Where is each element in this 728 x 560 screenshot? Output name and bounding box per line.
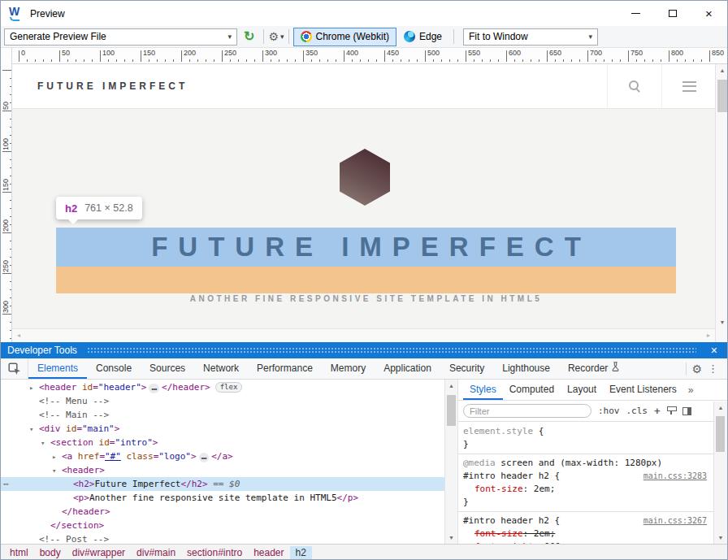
sidebar-tab-event-listeners[interactable]: Event Listeners: [603, 380, 683, 400]
scroll-left-icon[interactable]: ◄: [12, 329, 25, 341]
dom-tree-row[interactable]: <p>Another fine responsive site template…: [1, 491, 444, 505]
scroll-up-icon[interactable]: ▲: [445, 380, 457, 392]
sidebar-tab-layout[interactable]: Layout: [561, 380, 603, 400]
styles-scrollbar[interactable]: ▲ ▼: [713, 402, 727, 544]
minimize-button[interactable]: [618, 1, 654, 26]
dom-tree-row[interactable]: <!-- Main -->: [1, 408, 444, 422]
devtools-settings-icon[interactable]: ⚙: [691, 362, 702, 376]
breadcrumb-item-div-wrapper[interactable]: div#wrapper: [67, 546, 131, 559]
tab-security[interactable]: Security: [440, 358, 493, 379]
ruler-label: 150: [143, 49, 155, 57]
tab-performance[interactable]: Performance: [248, 358, 322, 379]
css-declaration[interactable]: font-size: 2em;: [463, 527, 708, 540]
ruler-tick: [10, 306, 12, 306]
refresh-icon[interactable]: ↻: [244, 30, 254, 43]
preview-horizontal-scrollbar[interactable]: ◄ ►: [12, 328, 715, 342]
scroll-down-icon[interactable]: ▼: [714, 532, 727, 544]
breadcrumb-item-body[interactable]: body: [34, 546, 67, 559]
kebab-menu-icon[interactable]: ⋮: [704, 362, 722, 375]
tab-console[interactable]: Console: [87, 358, 141, 379]
dom-tree-row[interactable]: ▾<section id="intro">: [1, 436, 444, 449]
devtools-title-bar[interactable]: Developer Tools ×: [1, 342, 727, 358]
tree-expanded-arrow-icon[interactable]: ▾: [41, 436, 50, 450]
drag-grip[interactable]: [87, 347, 696, 354]
site-logo-text[interactable]: FUTURE IMPERFECT: [12, 80, 188, 92]
stylesheet-link[interactable]: main.css:3267: [644, 514, 707, 527]
scrollbar-thumb[interactable]: [447, 395, 456, 426]
ruler-tick: [466, 50, 466, 62]
ruler-tick: [506, 50, 507, 62]
dom-tree-row[interactable]: ▸<header id="header">…</header>flex: [1, 380, 444, 394]
tree-expanded-arrow-icon[interactable]: ▾: [29, 423, 39, 436]
site-hexagon-logo[interactable]: [340, 149, 390, 206]
breadcrumb-item-html[interactable]: html: [4, 546, 34, 559]
sidebar-tab-styles[interactable]: Styles: [463, 380, 503, 400]
edge-button[interactable]: Edge: [396, 28, 449, 46]
scroll-right-icon[interactable]: ►: [702, 329, 715, 341]
breadcrumb-item-section-intro[interactable]: section#intro: [181, 546, 248, 559]
scroll-down-icon[interactable]: ▼: [445, 532, 457, 544]
ruler-tick: [344, 50, 344, 62]
tree-expanded-arrow-icon[interactable]: ▾: [52, 464, 62, 478]
sidebar-tab-computed[interactable]: Computed: [503, 380, 561, 400]
scrollbar-thumb[interactable]: [716, 416, 725, 452]
ruler-tick: [10, 281, 12, 282]
dom-tree-row[interactable]: </header>: [1, 505, 444, 519]
styles-filter-input[interactable]: [463, 404, 592, 418]
scroll-up-icon[interactable]: ▲: [714, 402, 727, 414]
tab-sources[interactable]: Sources: [141, 358, 194, 379]
ruler-tick: [2, 70, 12, 71]
tab-application[interactable]: Application: [375, 358, 440, 379]
chrome-webkit-button[interactable]: Chrome (Webkit): [293, 28, 396, 46]
tree-collapsed-arrow-icon[interactable]: ▸: [52, 450, 62, 464]
elements-scrollbar[interactable]: ▲ ▼: [444, 380, 458, 544]
stylesheet-link[interactable]: main.css:3283: [644, 470, 707, 483]
tab-lighthouse[interactable]: Lighthouse: [493, 358, 559, 379]
tab-memory[interactable]: Memory: [322, 358, 375, 379]
ruler-label: 550: [468, 49, 480, 57]
dom-tree-row[interactable]: ▸<a href="#" class="logo">…</a>: [1, 449, 444, 463]
close-button[interactable]: ×: [691, 1, 727, 26]
preview-vertical-scrollbar[interactable]: ▲ ▼: [715, 64, 728, 342]
scrollbar-thumb[interactable]: [717, 80, 727, 112]
breadcrumb-item-h2[interactable]: h2: [290, 546, 312, 559]
ruler-tick: [709, 50, 710, 62]
maximize-icon: [669, 10, 677, 17]
new-style-rule-icon[interactable]: +: [654, 405, 661, 417]
tab-recorder[interactable]: Recorder: [559, 358, 629, 379]
tab-elements[interactable]: Elements: [28, 358, 87, 379]
tab-network[interactable]: Network: [194, 358, 248, 379]
scroll-up-icon[interactable]: ▲: [716, 64, 728, 76]
ruler-tick: [522, 59, 523, 62]
more-actions-icon[interactable]: ⋯: [3, 477, 9, 491]
dom-tree-row[interactable]: ⋯<h2>Future Imperfect</h2> == $0: [1, 477, 444, 491]
tree-collapsed-arrow-icon[interactable]: ▸: [29, 381, 39, 395]
rendering-brush-icon[interactable]: [667, 406, 676, 415]
breadcrumb-item-header[interactable]: header: [248, 546, 289, 559]
dom-tree-row[interactable]: <!-- Menu -->: [1, 394, 444, 408]
sidebar-dock-icon[interactable]: [682, 407, 691, 415]
site-search-button[interactable]: [607, 64, 661, 109]
zoom-mode-dropdown[interactable]: Fit to Window ▾: [463, 28, 598, 46]
css-declaration[interactable]: font-size: 2em;: [463, 483, 708, 496]
maximize-button[interactable]: [654, 1, 691, 26]
code-token-dots[interactable]: …: [149, 384, 159, 393]
code-token-dots[interactable]: …: [199, 453, 210, 462]
ruler-label: 700: [590, 49, 602, 57]
tabbar-separator: [686, 362, 687, 376]
element-class-toggle[interactable]: .cls: [626, 406, 648, 416]
more-tabs-icon[interactable]: »: [685, 380, 697, 400]
pseudo-class-toggle[interactable]: :hov: [598, 406, 620, 416]
dom-tree-row[interactable]: </section>: [1, 519, 444, 532]
dom-tree-row[interactable]: ▾<header>: [1, 463, 444, 477]
css-declaration[interactable]: font-weight: 900;: [463, 540, 708, 544]
dom-tree-row[interactable]: <!-- Post -->: [1, 532, 444, 544]
site-menu-button[interactable]: [661, 64, 716, 109]
breadcrumb-item-div-main[interactable]: div#main: [131, 546, 181, 559]
scroll-down-icon[interactable]: ▼: [716, 316, 728, 328]
generate-preview-dropdown[interactable]: Generate Preview File ▾: [4, 28, 237, 46]
settings-gear-button[interactable]: ⚙ ▾: [268, 30, 284, 43]
devtools-close-button[interactable]: ×: [708, 345, 721, 355]
inspect-element-button[interactable]: [1, 358, 28, 379]
dom-tree-row[interactable]: ▾<div id="main">: [1, 422, 444, 436]
